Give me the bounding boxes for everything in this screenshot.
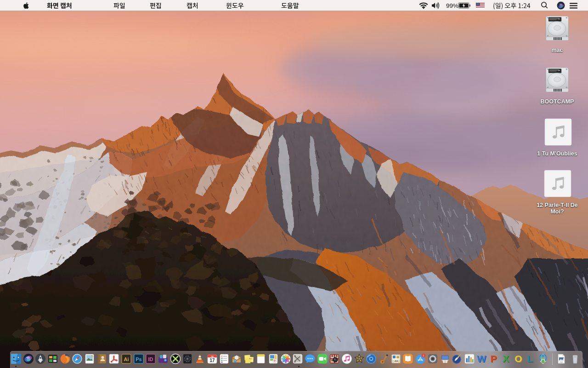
svg-text:Ps: Ps [136, 356, 141, 362]
svg-text:O: O [514, 353, 522, 364]
svg-text:Ai: Ai [124, 356, 129, 362]
svg-text:X: X [503, 353, 509, 364]
svg-text:L: L [527, 353, 533, 364]
svg-text:6월: 6월 [211, 355, 214, 357]
svg-text:P: P [491, 353, 497, 364]
svg-text:99%: 99% [446, 2, 458, 9]
svg-text:17: 17 [209, 358, 215, 363]
svg-text:PDF: PDF [560, 362, 563, 363]
svg-text:W: W [477, 353, 486, 364]
svg-text:ID: ID [148, 356, 153, 362]
svg-text:Plans: Plans [249, 358, 253, 360]
